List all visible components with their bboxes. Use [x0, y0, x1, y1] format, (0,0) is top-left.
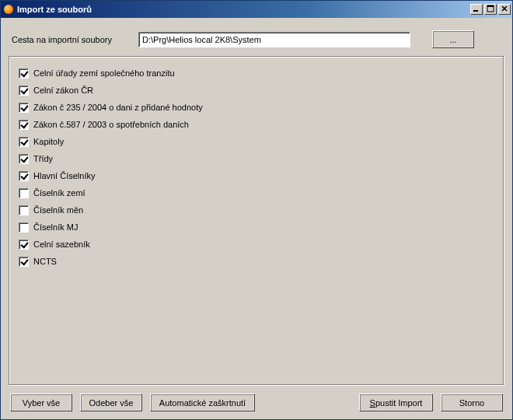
deselect-all-button[interactable]: Odeber vše: [80, 394, 142, 411]
import-dialog: Import ze souborů Cesta na importní soub…: [0, 0, 513, 420]
checklist: Celní úřady zemí společného tranzituCeln…: [19, 66, 494, 268]
minimize-button[interactable]: [470, 4, 483, 15]
check-item[interactable]: Celní úřady zemí společného tranzitu: [19, 66, 494, 80]
check-item[interactable]: Číselník MJ: [19, 220, 494, 234]
run-import-button[interactable]: Spustit Import: [359, 394, 433, 411]
titlebar[interactable]: Import ze souborů: [1, 1, 512, 18]
check-item[interactable]: Číselník měn: [19, 203, 494, 217]
options-groupbox: Celní úřady zemí společného tranzituCeln…: [9, 56, 504, 386]
checkbox-icon[interactable]: [19, 188, 29, 198]
check-item-label: NCTS: [33, 257, 57, 266]
browse-button[interactable]: ...: [432, 30, 474, 48]
check-item-label: Hlavní Číselníky: [33, 171, 95, 180]
check-item-label: Číselník měn: [33, 205, 83, 215]
check-item[interactable]: NCTS: [19, 254, 494, 268]
check-item[interactable]: Celní sazebník: [19, 237, 494, 251]
check-item[interactable]: Zákon č.587 / 2003 o spotřebních daních: [19, 117, 494, 131]
client-area: Cesta na importní soubory ... Celní úřad…: [1, 18, 512, 419]
checkbox-icon[interactable]: [19, 154, 29, 164]
checkbox-icon[interactable]: [19, 240, 29, 250]
checkbox-icon[interactable]: [19, 171, 29, 181]
check-item[interactable]: Kapitoly: [19, 135, 494, 149]
check-item-label: Celní zákon ČR: [33, 86, 93, 95]
check-item[interactable]: Hlavní Číselníky: [19, 169, 494, 183]
checkbox-icon[interactable]: [19, 68, 29, 79]
check-item[interactable]: Zákon č 235 / 2004 o dani z přidané hodn…: [19, 100, 494, 114]
check-item-label: Kapitoly: [33, 137, 64, 146]
checkbox-icon[interactable]: [19, 222, 29, 233]
auto-check-button[interactable]: Automatické zaškrtnutí: [150, 394, 255, 411]
checkbox-icon[interactable]: [19, 120, 29, 130]
checkbox-icon[interactable]: [19, 103, 29, 113]
select-all-button[interactable]: Vyber vše: [10, 394, 72, 411]
check-item-label: Celní úřady zemí společného tranzitu: [33, 68, 175, 78]
path-row: Cesta na importní soubory ...: [9, 26, 504, 56]
app-icon: [4, 5, 13, 14]
check-item-label: Zákon č.587 / 2003 o spotřebních daních: [33, 120, 189, 129]
checkbox-icon[interactable]: [19, 257, 29, 267]
check-item[interactable]: Třídy: [19, 152, 494, 166]
cancel-button[interactable]: Storno: [441, 394, 503, 411]
check-item[interactable]: Celní zákon ČR: [19, 83, 494, 97]
close-button[interactable]: [498, 4, 511, 15]
checkbox-icon[interactable]: [19, 86, 29, 96]
svg-rect-0: [473, 10, 478, 12]
check-item-label: Zákon č 235 / 2004 o dani z přidané hodn…: [33, 103, 203, 112]
button-bar: Vyber vše Odeber vše Automatické zaškrtn…: [9, 386, 504, 413]
check-item-label: Číselník MJ: [33, 222, 78, 232]
check-item-label: Číselník zemí: [33, 188, 86, 198]
svg-rect-2: [487, 5, 494, 7]
check-item[interactable]: Číselník zemí: [19, 186, 494, 200]
window-controls: [470, 4, 511, 15]
check-item-label: Třídy: [33, 154, 53, 163]
window-title: Import ze souborů: [17, 5, 470, 14]
checkbox-icon[interactable]: [19, 137, 29, 147]
check-item-label: Celní sazebník: [33, 240, 90, 249]
maximize-button[interactable]: [484, 4, 497, 15]
path-label: Cesta na importní soubory: [10, 35, 131, 44]
path-input[interactable]: [138, 32, 410, 47]
checkbox-icon[interactable]: [19, 205, 29, 215]
